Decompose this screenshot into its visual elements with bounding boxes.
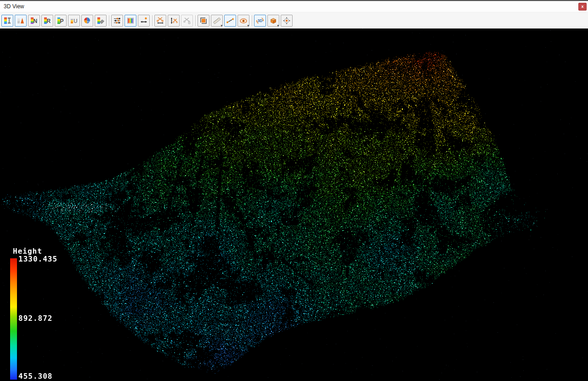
close-icon: x — [581, 5, 583, 9]
dropdown-arrow-icon[interactable]: ▾ — [247, 24, 249, 27]
3d-view-window: 3D View x NRPURGB▾▾3D▾ Height 1330.435 8… — [0, 0, 588, 381]
colorbar-icon — [126, 17, 135, 25]
height-icon — [3, 17, 11, 25]
toolbar-button-show-colorbar[interactable] — [124, 15, 136, 27]
ruler-icon — [213, 17, 221, 25]
legend-mid-value: 892.872 — [18, 314, 52, 323]
legend-colorbar — [10, 258, 17, 380]
sliders-icon — [113, 17, 121, 25]
toolbar-button-cross-section-cancel — [181, 15, 193, 27]
scissors-h-icon — [156, 17, 164, 25]
letter-n-icon: N — [30, 17, 38, 25]
toolbar-button-measure-ruler[interactable]: ▾ — [211, 15, 223, 27]
dropdown-arrow-icon[interactable]: ▾ — [220, 24, 222, 27]
toolbar-button-display-by-time[interactable]: U — [68, 15, 80, 27]
legend-max-value: 1330.435 — [18, 255, 57, 263]
profile-icon — [226, 17, 234, 25]
svg-text:U: U — [74, 18, 78, 24]
scissors-off-icon — [183, 17, 191, 25]
svg-text:N: N — [34, 18, 38, 24]
svg-text:P: P — [60, 18, 64, 24]
svg-text:3D: 3D — [258, 18, 263, 23]
toolbar-button-display-by-class[interactable]: N — [28, 15, 40, 27]
toolbar-button-clip-box[interactable] — [198, 15, 209, 27]
arrow-dot-icon — [140, 17, 148, 25]
viewport-3d[interactable]: Height 1330.435 892.872 455.308 — [0, 28, 588, 381]
intensity-icon — [17, 17, 25, 25]
toolbar-separator — [109, 15, 109, 26]
letter-p-icon: P — [57, 17, 65, 25]
toolbar-button-display-by-intensity[interactable] — [15, 15, 27, 27]
svg-text:R: R — [47, 18, 51, 24]
dropdown-arrow-icon[interactable]: ▾ — [277, 24, 279, 27]
letter-r-icon: R — [43, 17, 51, 25]
toolbar-separator — [252, 15, 252, 26]
close-button[interactable]: x — [578, 3, 587, 11]
legend-min-value: 455.308 — [18, 372, 52, 381]
toolbar-button-cross-section-vertical[interactable] — [168, 15, 180, 27]
toolbar-button-rotate-3d[interactable]: 3D — [254, 15, 266, 27]
center-icon — [283, 17, 291, 25]
scissors-v-icon — [170, 17, 178, 25]
toolbar-button-viewpoint[interactable]: ▾ — [237, 15, 249, 27]
eye-icon — [239, 17, 248, 25]
window-title: 3D View — [0, 3, 24, 10]
rgb-pie-icon: RGB — [83, 17, 91, 25]
toolbar-button-center-view[interactable] — [281, 15, 293, 27]
toolbar-button-display-settings[interactable] — [111, 15, 123, 27]
toolbar-button-display-by-point-source[interactable]: P — [55, 15, 67, 27]
toolbar: NRPURGB▾▾3D▾ — [0, 12, 588, 28]
toolbar-button-display-by-return[interactable]: R — [41, 15, 53, 27]
toolbar-button-display-by-height[interactable] — [1, 15, 13, 27]
point-cloud-canvas[interactable] — [0, 28, 588, 381]
toolbar-button-cross-section-horizontal[interactable] — [154, 15, 166, 27]
toolbar-button-profile-line[interactable] — [224, 15, 236, 27]
title-bar: 3D View x — [0, 1, 588, 12]
clip-icon — [199, 17, 208, 25]
toolbar-separator — [152, 15, 153, 26]
blend-icon — [96, 17, 105, 25]
letter-u-icon: U — [70, 17, 78, 25]
toolbar-button-measure-span[interactable] — [138, 15, 150, 27]
toolbar-button-scene-cube[interactable]: ▾ — [267, 15, 279, 27]
toolbar-button-display-by-blend[interactable] — [95, 15, 107, 27]
rotate-3d-icon: 3D — [256, 17, 264, 25]
toolbar-button-display-by-rgb[interactable]: RGB — [81, 15, 93, 27]
cube-icon — [269, 17, 277, 25]
toolbar-separator — [195, 15, 196, 26]
svg-text:RGB: RGB — [87, 21, 91, 23]
